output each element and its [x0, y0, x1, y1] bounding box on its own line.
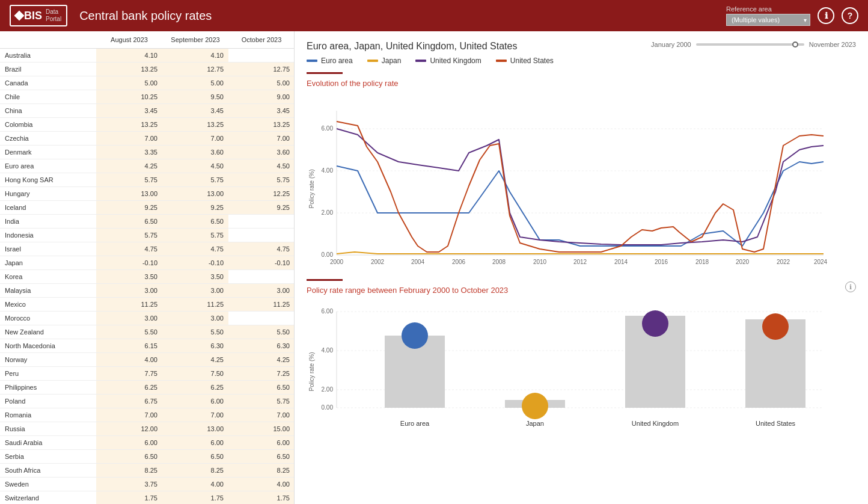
country-cell: Poland	[0, 395, 96, 408]
oct-cell: 7.25	[228, 367, 295, 380]
aug-cell: 9.25	[96, 201, 162, 214]
bar-chart-section: Policy rate range between February 2000 …	[307, 279, 856, 440]
aug-cell: 12.00	[96, 422, 162, 435]
bar-chart-svg: Policy rate (%) 6.00 4.00 2.00 0.00 Euro…	[307, 300, 830, 438]
aug-cell: 5.00	[96, 76, 162, 90]
line-chart-title: Evolution of the policy rate	[307, 79, 856, 88]
bar-chart-info-icon[interactable]: ℹ	[845, 281, 856, 292]
bar-chart-title: Policy rate range between February 2000 …	[307, 286, 508, 295]
table-row: Euro area4.254.504.50	[0, 159, 294, 173]
country-cell: Euro area	[0, 159, 96, 173]
table-row: Australia4.104.10	[0, 49, 294, 63]
oct-cell: 7.00	[228, 132, 295, 145]
svg-text:4.00: 4.00	[322, 347, 334, 354]
oct-cell: 3.00	[228, 284, 295, 297]
legend-label: United Kingdom	[430, 57, 481, 65]
country-cell: India	[0, 215, 96, 228]
sep-cell: 9.50	[162, 90, 228, 103]
legend-item: Euro area	[307, 57, 353, 65]
country-cell: China	[0, 104, 96, 117]
data-portal-label: Data Portal	[46, 8, 61, 23]
legend-label: United States	[510, 57, 554, 65]
table-row: Philippines6.256.256.50	[0, 381, 294, 395]
table-row: Morocco3.003.00	[0, 312, 294, 325]
sep-cell: 11.25	[162, 298, 228, 311]
oct-cell: 4.75	[228, 242, 295, 256]
sep-cell: 3.00	[162, 312, 228, 325]
svg-text:0.00: 0.00	[322, 404, 334, 411]
aug-cell: 6.75	[96, 395, 162, 408]
oct-cell	[228, 312, 295, 325]
aug-cell: 6.50	[96, 215, 162, 228]
oct-cell	[228, 49, 295, 62]
sep-cell: 5.75	[162, 229, 228, 242]
svg-text:6.00: 6.00	[322, 308, 334, 315]
section-divider-2	[307, 279, 343, 281]
aug-cell: 5.75	[96, 173, 162, 186]
table-row: China3.453.453.45	[0, 104, 294, 118]
uk-label: United Kingdom	[632, 420, 679, 427]
legend-label: Euro area	[321, 57, 353, 65]
help-button[interactable]: ?	[842, 7, 858, 24]
table-row: Colombia13.2513.2513.25	[0, 118, 294, 132]
info-button[interactable]: ℹ	[818, 7, 834, 24]
page-title: Central bank policy rates	[79, 9, 726, 23]
header-controls: Reference area (Multiple values) ▾ ℹ ?	[726, 5, 858, 26]
japan-dot	[522, 393, 548, 419]
legend-color-swatch	[367, 57, 378, 65]
slider-thumb[interactable]	[792, 41, 798, 48]
svg-text:6.00: 6.00	[322, 125, 334, 132]
table-row: South Africa8.258.258.25	[0, 464, 294, 478]
svg-text:2000: 2000	[330, 259, 344, 265]
legend-item: Japan	[367, 57, 402, 65]
logo-area: BIS Data Portal	[10, 5, 67, 26]
table-row: North Macedonia6.156.306.30	[0, 339, 294, 353]
chart-main-title: Euro area, Japan, United Kingdom, United…	[307, 41, 517, 52]
table-row: Malaysia3.003.003.00	[0, 284, 294, 298]
sep-cell: 5.75	[162, 173, 228, 186]
table-row: India6.506.50	[0, 215, 294, 229]
country-cell: Sweden	[0, 478, 96, 491]
euro-area-label: Euro area	[400, 420, 430, 427]
sep-cell: 6.30	[162, 339, 228, 352]
app-header: BIS Data Portal Central bank policy rate…	[0, 0, 868, 31]
slider-track[interactable]	[696, 43, 804, 46]
svg-text:2.00: 2.00	[322, 386, 334, 393]
country-cell: Malaysia	[0, 284, 96, 297]
main-layout: August 2023 September 2023 October 2023 …	[0, 31, 868, 504]
sep-cell: 6.50	[162, 215, 228, 228]
aug-cell: 3.00	[96, 284, 162, 297]
sep-cell: 6.50	[162, 450, 228, 463]
svg-text:2016: 2016	[655, 259, 668, 265]
sep-cell: 3.00	[162, 284, 228, 297]
table-body: Australia4.104.10Brazil13.2512.7512.75Ca…	[0, 49, 294, 504]
col-header-aug: August 2023	[96, 31, 162, 48]
svg-text:2.00: 2.00	[322, 209, 334, 216]
japan-label: Japan	[526, 420, 544, 427]
oct-cell: 9.00	[228, 90, 295, 103]
us-dot	[762, 313, 789, 340]
sep-cell: 8.25	[162, 464, 228, 477]
sep-cell: 6.00	[162, 436, 228, 449]
sep-cell: 12.75	[162, 63, 228, 76]
table-row: Hungary13.0013.0012.25	[0, 187, 294, 201]
aug-cell: 7.00	[96, 408, 162, 422]
table-row: Iceland9.259.259.25	[0, 201, 294, 215]
country-cell: Russia	[0, 422, 96, 435]
svg-text:Policy rate (%): Policy rate (%)	[308, 169, 315, 208]
date-range-slider[interactable]: January 2000 November 2023	[651, 41, 856, 48]
svg-text:2008: 2008	[492, 259, 506, 265]
table-row: Norway4.004.254.25	[0, 353, 294, 367]
oct-cell: 5.75	[228, 395, 295, 408]
country-cell: Peru	[0, 367, 96, 380]
euro-area-dot	[402, 322, 428, 349]
sep-cell: 13.25	[162, 118, 228, 131]
country-cell: Mexico	[0, 298, 96, 311]
svg-rect-2	[415, 60, 426, 62]
oct-cell: 12.25	[228, 187, 295, 200]
reference-area-select[interactable]: (Multiple values)	[726, 14, 810, 26]
oct-cell: 3.45	[228, 104, 295, 117]
oct-cell: 4.00	[228, 478, 295, 491]
oct-cell	[228, 229, 295, 242]
col-header-oct: October 2023	[228, 31, 295, 48]
